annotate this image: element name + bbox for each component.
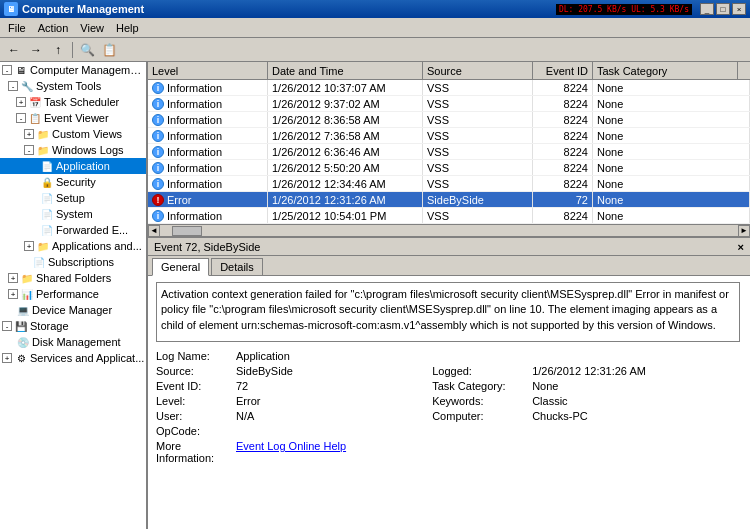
properties-button[interactable]: 📋	[99, 40, 119, 60]
tab-details[interactable]: Details	[211, 258, 263, 275]
col-header-taskcategory[interactable]: Task Category	[593, 62, 738, 79]
info-icon: i	[152, 114, 164, 126]
expand-icon[interactable]: +	[8, 273, 18, 283]
cell-level: iInformation	[148, 176, 268, 191]
expand-icon[interactable]: +	[16, 97, 26, 107]
sidebar-item-task-scheduler[interactable]: + 📅 Task Scheduler	[0, 94, 146, 110]
device-manager-icon: 💻	[16, 303, 30, 317]
cell-category: None	[593, 160, 750, 175]
forwarded-icon: 📄	[40, 223, 54, 237]
table-row[interactable]: iInformation 1/26/2012 9:37:02 AM VSS 82…	[148, 96, 750, 112]
cell-datetime: 1/26/2012 6:36:46 AM	[268, 144, 423, 159]
application-icon: 📄	[40, 159, 54, 173]
scroll-left-arrow[interactable]: ◄	[148, 225, 160, 237]
maximize-button[interactable]: □	[716, 3, 730, 15]
back-button[interactable]: ←	[4, 40, 24, 60]
sidebar-item-disk-management[interactable]: 💿 Disk Management	[0, 334, 146, 350]
table-row[interactable]: iInformation 1/26/2012 12:34:46 AM VSS 8…	[148, 176, 750, 192]
expand-icon[interactable]: +	[24, 129, 34, 139]
close-button[interactable]: ×	[732, 3, 746, 15]
col-header-level[interactable]: Level	[148, 62, 268, 79]
expand-icon[interactable]: -	[16, 113, 26, 123]
sidebar-item-applications-and[interactable]: + 📁 Applications and...	[0, 238, 146, 254]
sidebar-label: System Tools	[36, 80, 101, 92]
table-row[interactable]: iInformation 1/26/2012 10:37:07 AM VSS 8…	[148, 80, 750, 96]
forward-button[interactable]: →	[26, 40, 46, 60]
cell-datetime: 1/26/2012 12:34:46 AM	[268, 176, 423, 191]
sidebar-item-forwarded-e[interactable]: 📄 Forwarded E...	[0, 222, 146, 238]
apps-icon: 📁	[36, 239, 50, 253]
info-icon: i	[152, 178, 164, 190]
sidebar-item-subscriptions[interactable]: 📄 Subscriptions	[0, 254, 146, 270]
sidebar-item-storage[interactable]: - 💾 Storage	[0, 318, 146, 334]
cell-source: VSS	[423, 160, 533, 175]
sidebar-item-shared-folders[interactable]: + 📁 Shared Folders	[0, 270, 146, 286]
cell-level: iInformation	[148, 160, 268, 175]
logged-value: 1/26/2012 12:31:26 AM	[532, 365, 742, 377]
menu-action[interactable]: Action	[32, 20, 75, 36]
table-row[interactable]: iInformation 1/26/2012 5:50:20 AM VSS 82…	[148, 160, 750, 176]
expand-icon[interactable]: +	[2, 353, 12, 363]
info-icon: i	[152, 146, 164, 158]
search-button[interactable]: 🔍	[77, 40, 97, 60]
expand-icon[interactable]: -	[2, 65, 12, 75]
sidebar-label: Setup	[56, 192, 85, 204]
expand-icon[interactable]: -	[8, 81, 18, 91]
table-row[interactable]: iInformation 1/26/2012 8:36:58 AM VSS 82…	[148, 112, 750, 128]
sidebar-item-computer-management[interactable]: - 🖥 Computer Management (	[0, 62, 146, 78]
sidebar-label: Event Viewer	[44, 112, 109, 124]
empty-col4	[532, 350, 742, 362]
col-header-datetime[interactable]: Date and Time	[268, 62, 423, 79]
keywords-label: Keywords:	[432, 395, 532, 407]
cell-category: None	[593, 176, 750, 191]
event-log-online-help-link[interactable]: Event Log Online Help	[236, 440, 432, 464]
source-label: Source:	[156, 365, 236, 377]
scrollbar-track[interactable]	[160, 225, 738, 237]
menu-view[interactable]: View	[74, 20, 110, 36]
scroll-right-arrow[interactable]: ►	[738, 225, 750, 237]
minimize-button[interactable]: _	[700, 3, 714, 15]
expand-icon[interactable]: +	[8, 289, 18, 299]
moreinfo-label: More Information:	[156, 440, 236, 464]
menu-file[interactable]: File	[2, 20, 32, 36]
sidebar-item-performance[interactable]: + 📊 Performance	[0, 286, 146, 302]
computer-management-icon: 🖥	[14, 63, 28, 77]
scrollbar-thumb[interactable]	[172, 226, 202, 236]
table-row[interactable]: iInformation 1/26/2012 7:36:58 AM VSS 82…	[148, 128, 750, 144]
sidebar-item-custom-views[interactable]: + 📁 Custom Views	[0, 126, 146, 142]
taskcategory-value: None	[532, 380, 742, 392]
tab-general[interactable]: General	[152, 258, 209, 276]
cell-datetime: 1/26/2012 12:31:26 AM	[268, 192, 423, 207]
table-row[interactable]: iInformation 1/25/2012 10:54:01 PM VSS 8…	[148, 208, 750, 224]
cell-datetime: 1/26/2012 5:50:20 AM	[268, 160, 423, 175]
detail-close-button[interactable]: ×	[738, 241, 744, 253]
cell-source: VSS	[423, 176, 533, 191]
sidebar-item-security[interactable]: 🔒 Security	[0, 174, 146, 190]
menu-bar: File Action View Help	[0, 18, 750, 38]
sidebar-item-setup[interactable]: 📄 Setup	[0, 190, 146, 206]
sidebar-item-event-viewer[interactable]: - 📋 Event Viewer	[0, 110, 146, 126]
table-row[interactable]: iInformation 1/26/2012 6:36:46 AM VSS 82…	[148, 144, 750, 160]
horizontal-scrollbar[interactable]: ◄ ►	[148, 224, 750, 236]
sidebar-label: Custom Views	[52, 128, 122, 140]
disk-management-icon: 💿	[16, 335, 30, 349]
security-icon: 🔒	[40, 175, 54, 189]
expand-icon[interactable]: -	[2, 321, 12, 331]
expand-icon[interactable]: +	[24, 241, 34, 251]
up-button[interactable]: ↑	[48, 40, 68, 60]
sidebar-item-application[interactable]: 📄 Application	[0, 158, 146, 174]
sidebar-item-system-tools[interactable]: - 🔧 System Tools	[0, 78, 146, 94]
detail-panel: Event 72, SideBySide × General Details A…	[148, 236, 750, 529]
col-header-eventid[interactable]: Event ID	[533, 62, 593, 79]
expand-icon[interactable]: -	[24, 145, 34, 155]
table-row-error-selected[interactable]: !Error 1/26/2012 12:31:26 AM SideBySide …	[148, 192, 750, 208]
menu-help[interactable]: Help	[110, 20, 145, 36]
sidebar-item-device-manager[interactable]: 💻 Device Manager	[0, 302, 146, 318]
sidebar-item-system[interactable]: 📄 System	[0, 206, 146, 222]
sidebar-item-services-and-apps[interactable]: + ⚙ Services and Applicat...	[0, 350, 146, 366]
sidebar-item-windows-logs[interactable]: - 📁 Windows Logs	[0, 142, 146, 158]
detail-tabs: General Details	[148, 256, 750, 276]
sidebar-label: Storage	[30, 320, 69, 332]
col-header-source[interactable]: Source	[423, 62, 533, 79]
sidebar-label: Application	[56, 160, 110, 172]
